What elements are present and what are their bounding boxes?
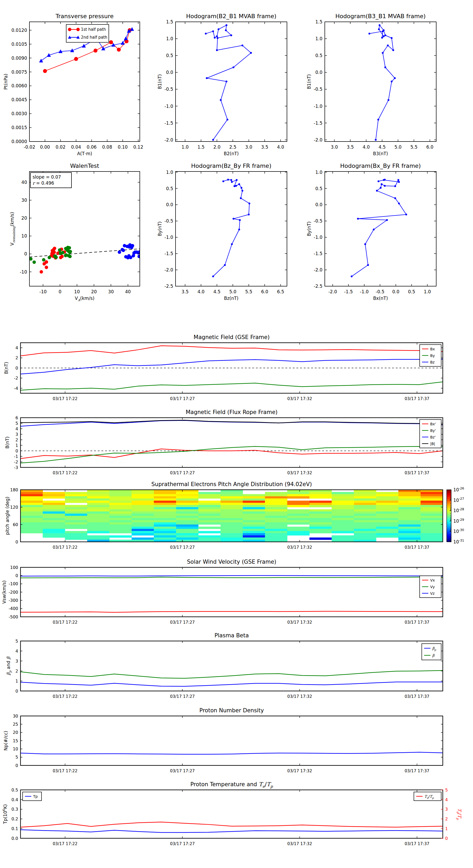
svg-text:-0.02: -0.02 xyxy=(24,145,35,150)
legend-plasma-beta: βpβ xyxy=(422,644,441,660)
svg-text:10-26: 10-26 xyxy=(453,487,464,492)
svg-text:0.5: 0.5 xyxy=(408,289,415,294)
hodogram-b3-b1-ylabel: B1(nT) xyxy=(306,74,312,89)
svg-text:0.5: 0.5 xyxy=(166,186,173,191)
svg-text:-400: -400 xyxy=(9,606,18,611)
svg-text:-2: -2 xyxy=(14,460,18,465)
svg-text:2: 2 xyxy=(15,437,18,442)
svg-text:60: 60 xyxy=(13,522,18,527)
svg-text:03/17 17:27: 03/17 17:27 xyxy=(170,396,195,401)
panel-transverse-pressure: -0.020.000.020.040.060.080.100.120.00000… xyxy=(3,13,143,156)
svg-text:-2.0: -2.0 xyxy=(314,137,323,143)
svg-text:4.0: 4.0 xyxy=(363,145,370,150)
svg-text:0.0000: 0.0000 xyxy=(11,139,27,144)
figure-multipanel-plot: -0.020.000.020.040.060.080.100.120.00000… xyxy=(0,0,473,868)
proton-temp-ylabel-right: Te/Tp xyxy=(456,808,462,820)
svg-text:-1.0: -1.0 xyxy=(314,104,323,109)
svg-text:6.5: 6.5 xyxy=(277,289,284,294)
svg-text:03/17 17:22: 03/17 17:22 xyxy=(53,769,77,773)
svg-text:Vx: Vx xyxy=(430,578,435,582)
svg-text:2.0: 2.0 xyxy=(213,145,221,150)
svg-text:25: 25 xyxy=(13,722,18,727)
svg-text:1: 1 xyxy=(15,679,18,684)
svg-text:0.04: 0.04 xyxy=(71,145,81,150)
svg-text:-2.0: -2.0 xyxy=(314,267,323,273)
svg-text:-2.0: -2.0 xyxy=(165,137,173,143)
svg-text:0.0030: 0.0030 xyxy=(11,111,27,116)
svg-text:4.5: 4.5 xyxy=(213,289,221,294)
legend-transverse-pressure: 1st half path2nd half path xyxy=(66,25,109,42)
svg-text:0.3: 0.3 xyxy=(11,807,18,812)
svg-text:-0.5: -0.5 xyxy=(314,218,323,224)
proton-density-title: Proton Number Density xyxy=(199,707,264,714)
svg-text:03/17 17:37: 03/17 17:37 xyxy=(405,396,429,401)
svg-text:2: 2 xyxy=(15,355,18,360)
svg-text:-1.5: -1.5 xyxy=(165,121,173,126)
svg-text:4: 4 xyxy=(15,426,18,431)
panel-mf-gse: 03/17 17:2203/17 17:2703/17 17:3203/17 1… xyxy=(4,334,443,401)
svg-text:10-30: 10-30 xyxy=(453,528,464,534)
svg-text:0.0: 0.0 xyxy=(11,836,18,841)
svg-text:100: 100 xyxy=(10,565,18,570)
svg-text:4.0: 4.0 xyxy=(197,289,204,294)
svg-text:6.0: 6.0 xyxy=(261,289,268,294)
svg-text:0.00: 0.00 xyxy=(40,145,50,150)
svg-text:5.5: 5.5 xyxy=(410,145,417,150)
svg-text:03/17 17:37: 03/17 17:37 xyxy=(405,471,429,475)
svg-text:1.5: 1.5 xyxy=(197,145,204,150)
legend-swv: VxVyVz xyxy=(420,576,441,598)
hodogram-bx-by-ylabel: By(nT) xyxy=(306,221,312,236)
svg-text:6.0: 6.0 xyxy=(426,145,433,150)
svg-text:03/17 17:37: 03/17 17:37 xyxy=(405,841,429,846)
proton-temp-title: Proton Temperature and Te/Tp xyxy=(191,781,273,789)
svg-text:5.5: 5.5 xyxy=(245,289,252,294)
svg-text:1.5: 1.5 xyxy=(166,19,173,25)
svg-text:-0.5: -0.5 xyxy=(314,87,323,92)
svg-text:5: 5 xyxy=(445,787,448,793)
svg-text:0.1: 0.1 xyxy=(11,826,18,831)
svg-text:3.5: 3.5 xyxy=(347,145,354,150)
svg-text:4: 4 xyxy=(15,649,18,654)
svg-text:-2.0: -2.0 xyxy=(165,267,173,273)
svg-text:30: 30 xyxy=(13,714,18,719)
mf-gse-title: Magnetic Field (GSE Frame) xyxy=(194,334,270,340)
panel-hodogram-bz-by: 3.54.04.55.05.56.06.51.00.50.0-0.5-1.0-1… xyxy=(157,162,287,301)
hodogram-b2-b1-title: Hodogram(B2_B1 MVAB frame) xyxy=(186,13,276,20)
svg-text:3.0: 3.0 xyxy=(245,145,252,150)
walen-test-xlabel: VA(km/s) xyxy=(75,296,95,302)
svg-text:0.0075: 0.0075 xyxy=(11,69,27,75)
transverse-pressure-title: Transverse pressure xyxy=(56,13,114,20)
legend-mf-frf: Bx'By'Bz'|B| xyxy=(420,420,441,448)
svg-text:10: 10 xyxy=(21,233,27,239)
svg-text:0.06: 0.06 xyxy=(87,145,97,150)
svg-text:r = 0.496: r = 0.496 xyxy=(33,180,54,186)
svg-text:10-31: 10-31 xyxy=(453,539,464,545)
svg-text:1.0: 1.0 xyxy=(315,169,323,175)
panel-proton-density: 03/17 17:2203/17 17:2703/17 17:3203/17 1… xyxy=(3,707,443,773)
svg-text:Bz': Bz' xyxy=(430,435,436,439)
svg-text:0.0045: 0.0045 xyxy=(11,97,27,102)
svg-text:0.4: 0.4 xyxy=(11,797,18,802)
hodogram-bx-by-xlabel: Bx(nT) xyxy=(373,296,388,301)
svg-text:10: 10 xyxy=(13,746,18,751)
svg-text:0.2: 0.2 xyxy=(11,816,18,822)
svg-text:Bx': Bx' xyxy=(430,422,436,426)
svg-text:0.0: 0.0 xyxy=(315,202,323,207)
svg-text:1.0: 1.0 xyxy=(166,36,173,41)
svg-text:-4: -4 xyxy=(14,386,18,391)
svg-text:03/17 17:37: 03/17 17:37 xyxy=(405,694,429,699)
svg-text:-0.5: -0.5 xyxy=(376,289,384,294)
svg-text:-200: -200 xyxy=(9,590,18,595)
svg-text:0.0105: 0.0105 xyxy=(11,41,27,47)
svg-text:3: 3 xyxy=(15,659,18,663)
mf-frf-ylabel: B(nT) xyxy=(5,436,10,448)
svg-text:03/17 17:32: 03/17 17:32 xyxy=(287,769,312,773)
svg-text:-1.5: -1.5 xyxy=(165,251,173,256)
svg-text:0: 0 xyxy=(15,573,18,578)
svg-text:20: 20 xyxy=(13,730,18,735)
svg-text:03/17 17:32: 03/17 17:32 xyxy=(287,694,312,699)
svg-text:-1: -1 xyxy=(14,454,18,459)
hodogram-bz-by-ylabel: By(nT) xyxy=(157,221,162,236)
svg-text:5: 5 xyxy=(15,421,18,426)
svg-text:1.0: 1.0 xyxy=(166,169,173,175)
